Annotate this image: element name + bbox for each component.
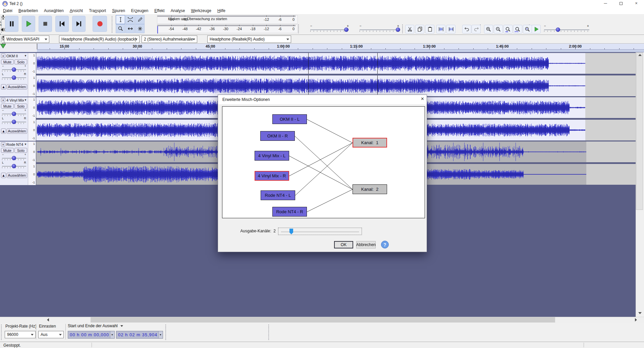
pan-slider-knob[interactable] xyxy=(12,120,16,124)
track-menu-icon[interactable]: ▼ xyxy=(24,54,27,57)
selbar-grip[interactable] xyxy=(268,325,269,340)
recording-channels-select[interactable]: 2 (Stereo) Aufnahmekanäle xyxy=(142,36,197,43)
ok-button[interactable]: OK xyxy=(334,241,353,248)
menu-item-bearbeiten[interactable]: Bearbeiten xyxy=(15,7,41,14)
zoom-tool-button[interactable] xyxy=(116,24,125,33)
input-node-1[interactable]: OKM II - L xyxy=(272,114,307,124)
audio-host-select[interactable]: Windows WASAPI xyxy=(4,36,49,43)
collapse-button[interactable]: ▲ xyxy=(1,84,6,90)
project-rate-select[interactable]: 96000 xyxy=(5,331,36,338)
pan-slider-knob[interactable] xyxy=(12,75,16,80)
menu-item-hilfe[interactable]: Hilfe xyxy=(214,7,228,14)
output-node-2[interactable]: Kanal: 2 xyxy=(353,184,387,194)
cancel-button[interactable]: Abbrechen xyxy=(356,241,376,248)
selbar-grip[interactable] xyxy=(165,325,166,340)
toolbar-grip[interactable] xyxy=(402,24,403,33)
snap-select[interactable]: Aus xyxy=(38,331,64,338)
input-node-2[interactable]: OKM II - R xyxy=(260,131,295,141)
speed-knob[interactable] xyxy=(556,27,560,32)
track-menu-icon[interactable]: ▼ xyxy=(24,143,27,146)
minimize-button[interactable]: ─ xyxy=(598,0,613,7)
chevron-down-icon[interactable]: ▼ xyxy=(158,331,163,338)
copy-button[interactable] xyxy=(415,25,424,34)
output-channels-slider[interactable] xyxy=(278,228,362,235)
menu-item-werkzeuge[interactable]: Werkzeuge xyxy=(188,7,214,14)
timeline-pin-button[interactable] xyxy=(0,44,37,50)
gain-slider-knob[interactable] xyxy=(12,156,16,160)
record-button[interactable] xyxy=(93,16,107,32)
output-node-1[interactable]: Kanal: 1 xyxy=(353,138,387,148)
track-name[interactable]: Rode NT4 xyxy=(6,142,24,147)
maximize-button[interactable] xyxy=(613,0,629,7)
vscroll-thumb[interactable] xyxy=(636,52,643,210)
track-menu-icon[interactable]: ▼ xyxy=(24,99,27,102)
device-grip[interactable] xyxy=(1,36,2,42)
menu-item-transport[interactable]: Transport xyxy=(86,7,109,14)
skip-start-button[interactable] xyxy=(55,16,69,32)
solo-button[interactable]: Solo xyxy=(14,148,27,153)
zoom-selection-button[interactable] xyxy=(503,25,513,34)
waveform-canvas-okm-ii-ch2[interactable] xyxy=(36,75,636,96)
hscroll-thumb[interactable] xyxy=(91,317,555,323)
play-at-speed-button[interactable] xyxy=(532,25,541,34)
envelope-tool-button[interactable] xyxy=(125,15,135,24)
stop-button[interactable] xyxy=(39,16,52,32)
menu-item-ansicht[interactable]: Ansicht xyxy=(67,7,86,14)
zoom-out-button[interactable] xyxy=(494,25,503,34)
scrub-band[interactable] xyxy=(37,49,644,52)
recording-meter[interactable]: -54-48-12-60Klicken um Überwachung zu st… xyxy=(157,15,298,24)
cut-button[interactable] xyxy=(405,25,414,34)
solo-button[interactable]: Solo xyxy=(14,59,27,64)
collapse-button[interactable]: ▲ xyxy=(1,173,6,178)
input-node-4[interactable]: 4 Vinyl Mix - R xyxy=(255,171,289,181)
gain-slider-knob[interactable] xyxy=(12,112,16,116)
scroll-right-icon[interactable] xyxy=(635,318,637,322)
vertical-scrollbar[interactable] xyxy=(636,52,644,317)
collapse-button[interactable]: ▲ xyxy=(1,128,6,134)
menu-item-datei[interactable]: Datei xyxy=(0,7,15,14)
playback-volume-slider-knob[interactable] xyxy=(396,27,400,32)
dialog-close-icon[interactable]: × xyxy=(421,96,424,102)
pan-slider-knob[interactable] xyxy=(12,164,16,168)
toolbar-grip[interactable] xyxy=(112,16,112,33)
scroll-left-icon[interactable] xyxy=(47,318,49,322)
menu-item-auswählen[interactable]: Auswählen xyxy=(41,7,67,14)
silence-audio-button[interactable] xyxy=(446,25,455,34)
gain-slider-knob[interactable] xyxy=(12,67,16,72)
menu-item-spuren[interactable]: Spuren xyxy=(109,7,128,14)
slider-thumb[interactable] xyxy=(289,229,293,234)
input-node-6[interactable]: Rode NT4 - R xyxy=(272,207,307,217)
selection-tool-button[interactable] xyxy=(116,15,125,24)
play-button[interactable] xyxy=(22,16,35,32)
scroll-down-icon[interactable] xyxy=(638,312,642,314)
gain-slider[interactable]: −+ xyxy=(1,155,27,161)
track-name[interactable]: 4 Vinyl Mix xyxy=(6,98,24,102)
timeshift-tool-button[interactable] xyxy=(125,24,135,33)
pause-button[interactable] xyxy=(5,16,18,32)
menu-item-analyse[interactable]: Analyse xyxy=(168,7,188,14)
undo-button[interactable] xyxy=(462,25,471,34)
gain-slider[interactable]: −+ xyxy=(1,111,27,117)
playback-device-select[interactable]: Headphone (Realtek(R) Audio) xyxy=(207,36,291,43)
pan-slider[interactable]: LR xyxy=(1,163,27,169)
select-button[interactable]: Auswählen xyxy=(7,128,27,134)
menu-item-erzeugen[interactable]: Erzeugen xyxy=(128,7,151,14)
playback-meter[interactable]: -54-48-42-36-30-24-18-12-60 xyxy=(157,24,298,33)
zoom-toggle-button[interactable] xyxy=(523,25,532,34)
timeline-ruler[interactable]: 15:0030:0045:001:00:001:15:001:30:001:45… xyxy=(37,44,644,52)
pan-slider[interactable]: LR xyxy=(1,74,27,80)
zoom-fit-button[interactable] xyxy=(513,25,522,34)
selection-start-field[interactable]: 00 h 00 m 00,000 s▼ xyxy=(68,331,115,339)
selection-end-field[interactable]: 02 h 02 m 35,904 s▼ xyxy=(116,331,163,339)
solo-button[interactable]: Solo xyxy=(14,104,27,109)
track-close-button[interactable]: × xyxy=(1,142,5,147)
zoom-in-button[interactable] xyxy=(484,25,493,34)
multi-tool-button[interactable] xyxy=(135,24,145,33)
track-close-button[interactable]: × xyxy=(1,54,5,58)
close-button[interactable]: × xyxy=(629,0,644,7)
recording-device-select[interactable]: Headphone (Realtek(R) Audio) (loopback) xyxy=(59,36,140,43)
selection-range-mode-select[interactable]: Start und Ende der Auswahl xyxy=(68,324,148,328)
recording-volume-slider-knob[interactable] xyxy=(344,27,348,32)
mute-button[interactable]: Mute xyxy=(1,148,14,153)
pan-slider[interactable]: LR xyxy=(1,119,27,125)
